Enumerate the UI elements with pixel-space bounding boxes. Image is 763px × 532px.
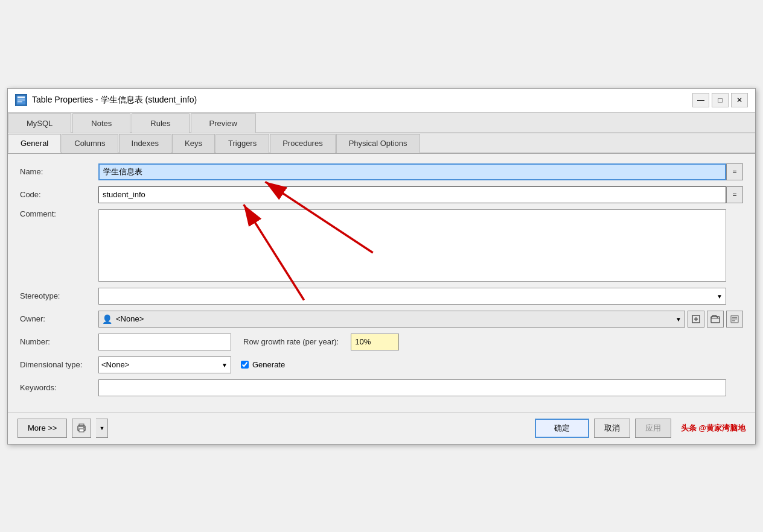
number-input[interactable] bbox=[98, 334, 231, 350]
keywords-label: Keywords: bbox=[20, 383, 98, 392]
owner-person-icon: 👤 bbox=[102, 314, 112, 324]
window-title: Table Properties - 学生信息表 (student_info) bbox=[32, 95, 197, 106]
tab-row-1: MySQL Notes Rules Preview bbox=[8, 113, 755, 133]
tab-keys[interactable]: Keys bbox=[172, 134, 215, 153]
dim-type-row: Dimensional type: <None> ▼ Generate bbox=[20, 356, 743, 373]
tab-procedures[interactable]: Procedures bbox=[270, 134, 335, 153]
stereotype-select-wrapper: ▼ bbox=[98, 288, 726, 305]
comment-row: Comment: bbox=[20, 209, 743, 282]
tab-notes[interactable]: Notes bbox=[72, 113, 130, 133]
code-eq-button[interactable]: = bbox=[726, 186, 743, 203]
watermark: 头条 @黄家湾脑地 bbox=[681, 423, 745, 434]
name-input[interactable] bbox=[98, 163, 726, 180]
owner-select-wrapper: 👤 <None> ▼ bbox=[98, 311, 685, 328]
title-bar: Table Properties - 学生信息表 (student_info) … bbox=[8, 89, 755, 113]
owner-row: Owner: 👤 <None> ▼ bbox=[20, 311, 743, 328]
owner-properties-button[interactable] bbox=[726, 311, 743, 328]
dim-type-select[interactable]: <None> bbox=[98, 356, 231, 373]
title-bar-left: Table Properties - 学生信息表 (student_info) bbox=[15, 94, 197, 106]
maximize-button[interactable]: □ bbox=[712, 93, 729, 107]
tab-indexes[interactable]: Indexes bbox=[119, 134, 172, 153]
tab-rules[interactable]: Rules bbox=[132, 113, 189, 133]
close-button[interactable]: ✕ bbox=[731, 93, 748, 107]
bottom-bar: More >> ▼ 确定 取消 应用 头条 @黄家湾脑地 bbox=[8, 412, 755, 444]
table-properties-window: Table Properties - 学生信息表 (student_info) … bbox=[7, 88, 756, 445]
print-button[interactable] bbox=[72, 419, 91, 438]
number-label: Number: bbox=[20, 337, 98, 346]
name-row: Name: = bbox=[20, 163, 743, 180]
svg-point-18 bbox=[83, 427, 85, 428]
apply-button[interactable]: 应用 bbox=[635, 419, 671, 438]
code-label: Code: bbox=[20, 190, 98, 199]
name-input-wrapper bbox=[98, 163, 726, 180]
svg-rect-14 bbox=[732, 320, 735, 321]
print-dropdown-button[interactable]: ▼ bbox=[96, 419, 108, 438]
svg-rect-16 bbox=[79, 429, 84, 432]
confirm-button[interactable]: 确定 bbox=[535, 419, 589, 438]
cancel-button[interactable]: 取消 bbox=[594, 419, 630, 438]
name-label: Name: bbox=[20, 167, 98, 176]
svg-rect-12 bbox=[732, 317, 737, 318]
svg-rect-3 bbox=[18, 101, 22, 103]
svg-rect-10 bbox=[711, 317, 720, 323]
owner-select[interactable]: <None> bbox=[98, 311, 685, 328]
comment-textarea[interactable] bbox=[98, 209, 726, 282]
tab-mysql[interactable]: MySQL bbox=[8, 113, 71, 133]
comment-label: Comment: bbox=[20, 209, 98, 218]
generate-checkbox[interactable] bbox=[241, 361, 249, 369]
tab-triggers[interactable]: Triggers bbox=[215, 134, 269, 153]
tab-physical-options[interactable]: Physical Options bbox=[336, 134, 420, 153]
more-button[interactable]: More >> bbox=[18, 419, 67, 438]
number-controls: Row growth rate (per year): bbox=[98, 334, 399, 350]
tab-row-2: General Columns Indexes Keys Triggers Pr… bbox=[8, 133, 755, 154]
row-growth-input[interactable] bbox=[351, 334, 399, 350]
generate-label: Generate bbox=[241, 360, 285, 369]
keywords-input[interactable] bbox=[98, 379, 726, 396]
owner-label: Owner: bbox=[20, 314, 98, 323]
owner-controls: 👤 <None> ▼ bbox=[98, 311, 743, 328]
keywords-row: Keywords: bbox=[20, 379, 743, 396]
code-row: Code: = bbox=[20, 186, 743, 203]
tab-columns[interactable]: Columns bbox=[62, 134, 118, 153]
app-icon bbox=[15, 94, 27, 106]
owner-new-button[interactable] bbox=[688, 311, 704, 328]
window-controls: — □ ✕ bbox=[692, 93, 748, 107]
number-row: Number: Row growth rate (per year): bbox=[20, 334, 743, 350]
row-growth-label: Row growth rate (per year): bbox=[243, 337, 339, 346]
stereotype-select[interactable] bbox=[98, 288, 726, 305]
stereotype-row: Stereotype: ▼ bbox=[20, 288, 743, 305]
dim-type-select-wrapper: <None> ▼ bbox=[98, 356, 231, 373]
stereotype-label: Stereotype: bbox=[20, 291, 98, 300]
tab-preview[interactable]: Preview bbox=[191, 113, 256, 133]
dim-type-controls: <None> ▼ Generate bbox=[98, 356, 285, 373]
svg-rect-1 bbox=[18, 97, 25, 98]
code-input[interactable] bbox=[98, 186, 726, 203]
svg-rect-13 bbox=[732, 318, 737, 320]
owner-browse-button[interactable] bbox=[707, 311, 724, 328]
tab-general[interactable]: General bbox=[8, 134, 61, 153]
name-eq-button[interactable]: = bbox=[726, 163, 743, 180]
dim-type-label: Dimensional type: bbox=[20, 360, 98, 369]
minimize-button[interactable]: — bbox=[692, 93, 709, 107]
main-content: Name: = Code: = Comment: Stereotype: bbox=[8, 154, 755, 412]
svg-rect-2 bbox=[18, 100, 25, 101]
